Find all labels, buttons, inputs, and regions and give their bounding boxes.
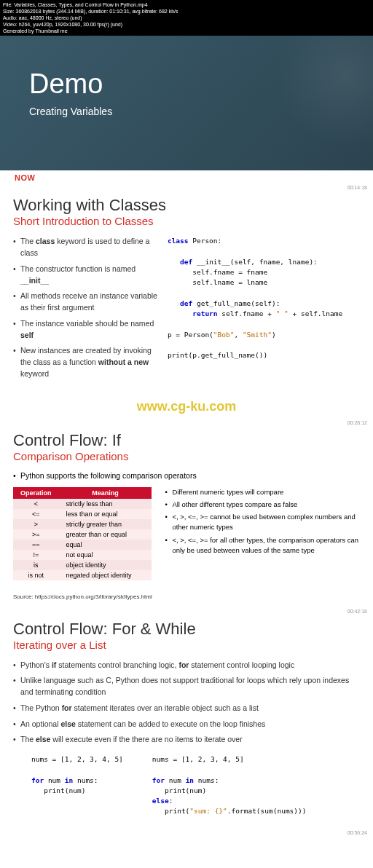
operators-notes: Different numeric types will compareAll … bbox=[165, 487, 360, 580]
demo-title: Demo bbox=[29, 68, 344, 100]
controlfor-bullets: Python's if statements control branching… bbox=[13, 660, 360, 746]
table-header: Operation bbox=[13, 487, 59, 499]
bullet-item: The class keyword is used to define a cl… bbox=[13, 236, 159, 259]
meta-video: Video: h264, yuv420p, 1920x1080, 30.00 f… bbox=[3, 21, 370, 28]
bullet-item: The Python for statement iterates over a… bbox=[13, 703, 360, 714]
timestamp-4: 00:56:24 bbox=[0, 830, 373, 835]
for-code-right: nums = [1, 2, 3, 4, 5] for num in nums: … bbox=[152, 754, 307, 817]
bullet-item: The constructor function is named __init… bbox=[13, 264, 159, 287]
table-row: <=less than or equal bbox=[13, 509, 152, 519]
demo-subtitle: Creating Variables bbox=[29, 106, 344, 117]
meta-file: File: Variables, Classes, Types, and Con… bbox=[3, 1, 370, 8]
operators-table: OperationMeaning <strictly less than<=le… bbox=[13, 487, 152, 580]
section-controlfor: Control Flow: For & While Iterating over… bbox=[0, 614, 373, 830]
bullet-item: New instances are created by invoking th… bbox=[13, 345, 159, 379]
bullet-item: The instance variable should be named se… bbox=[13, 318, 159, 342]
meta-size: Size: 360862018 bytes (344.14 MiB), dura… bbox=[3, 8, 370, 15]
timestamp-3: 00:42:18 bbox=[0, 609, 373, 614]
note-item: <, >, <=, >= for all other types, the co… bbox=[165, 535, 360, 556]
note-item: <, >, <=, >= cannot be used between comp… bbox=[165, 512, 360, 533]
bullet-item: All methods receive an instance variable… bbox=[13, 291, 159, 314]
controlif-subtitle: Comparison Operations bbox=[13, 450, 360, 462]
table-header: Meaning bbox=[59, 487, 152, 499]
table-row: ==equal bbox=[13, 540, 152, 550]
table-row: <strictly less than bbox=[13, 499, 152, 509]
section-classes: Working with Classes Short Introduction … bbox=[0, 190, 373, 392]
timestamp-1: 00:14:18 bbox=[0, 185, 373, 190]
now-logo: NOW bbox=[0, 170, 373, 185]
watermark: www.cg-ku.com bbox=[0, 393, 373, 420]
meta-generated: Generated by Thumbnail me bbox=[3, 28, 370, 34]
note-item: Different numeric types will compare bbox=[165, 487, 360, 497]
bullet-item: Python's if statements control branching… bbox=[13, 660, 360, 671]
controlif-lead: Python supports the following comparison… bbox=[13, 471, 360, 480]
bullet-item: The else will execute even if the there … bbox=[13, 734, 360, 746]
note-item: All other different types compare as fal… bbox=[165, 500, 360, 510]
controlfor-subtitle: Iterating over a List bbox=[13, 639, 360, 651]
meta-audio: Audio: aac, 48000 Hz, stereo (und) bbox=[3, 15, 370, 21]
controlfor-title: Control Flow: For & While bbox=[13, 620, 360, 639]
section-controlif: Control Flow: If Comparison Operations P… bbox=[0, 425, 373, 609]
timestamp-2: 00:28:12 bbox=[0, 420, 373, 425]
table-row: is notnegated object identity bbox=[13, 570, 152, 580]
classes-subtitle: Short Introduction to Classes bbox=[13, 215, 360, 227]
table-row: isobject identity bbox=[13, 560, 152, 570]
table-row: >strictly greater than bbox=[13, 519, 152, 529]
video-metadata: File: Variables, Classes, Types, and Con… bbox=[0, 0, 373, 36]
source-link: Source: https://docs.python.org/3/librar… bbox=[13, 593, 360, 600]
classes-code: class Person: def __init__(self, fname, … bbox=[168, 236, 360, 360]
bullet-item: An optional else statement can be added … bbox=[13, 719, 360, 730]
for-code-left: nums = [1, 2, 3, 4, 5] for num in nums: … bbox=[31, 754, 123, 817]
classes-bullets: The class keyword is used to define a cl… bbox=[13, 236, 159, 379]
table-row: !=not equal bbox=[13, 550, 152, 560]
table-row: >=greater than or equal bbox=[13, 529, 152, 540]
classes-title: Working with Classes bbox=[13, 196, 360, 215]
bullet-item: Unlike language such as C, Python does n… bbox=[13, 675, 360, 698]
demo-slide: Demo Creating Variables bbox=[0, 36, 373, 170]
controlif-title: Control Flow: If bbox=[13, 431, 360, 450]
